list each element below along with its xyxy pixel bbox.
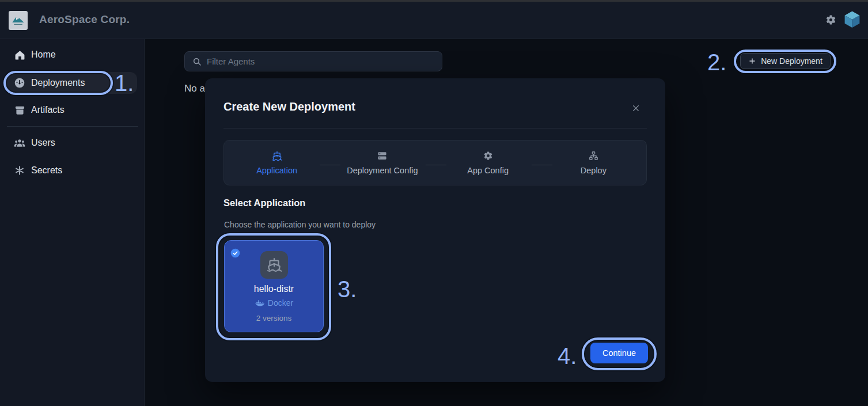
filter-agents-search[interactable] (184, 51, 442, 71)
new-deployment-button[interactable]: New Deployment (740, 53, 831, 69)
step-label: Deploy (581, 166, 607, 175)
step-label: Deployment Config (347, 166, 418, 175)
annotation-number-2: 2. (707, 50, 726, 75)
search-icon (192, 57, 202, 66)
server-icon (377, 151, 388, 161)
annotation-number-4: 4. (558, 343, 577, 369)
section-title: Select Application (223, 198, 305, 208)
sidebar: Home Deployments Artifacts Users S (0, 39, 145, 406)
close-icon[interactable] (631, 104, 640, 113)
sidebar-item-label: Home (31, 50, 56, 60)
plus-icon (748, 57, 756, 65)
step-connector (426, 165, 446, 165)
section-subtitle: Choose the application you want to deplo… (224, 220, 376, 229)
sidebar-item-label: Users (31, 138, 55, 148)
users-icon (14, 137, 25, 149)
new-deployment-label: New Deployment (761, 56, 822, 66)
annotation-ring-3 (216, 233, 331, 340)
brand-title: AeroSpace Corp. (39, 0, 130, 39)
modal-title: Create New Deployment (223, 100, 355, 113)
sidebar-item-label: Secrets (31, 165, 62, 176)
window-top-strip (0, 0, 868, 2)
empty-state-text: No a (184, 83, 205, 94)
mountain-logo-icon (10, 12, 26, 29)
top-header: AeroSpace Corp. (0, 0, 868, 39)
sidebar-divider (7, 126, 138, 127)
sidebar-item-label: Deployments (31, 78, 85, 88)
sidebar-item-secrets[interactable]: Secrets (5, 160, 140, 181)
stepper: Application Deployment Config App Config… (223, 140, 647, 185)
sidebar-item-home[interactable]: Home (5, 44, 140, 66)
step-label: Application (256, 166, 297, 175)
ship-icon (272, 151, 282, 161)
cube-3d-icon[interactable] (843, 10, 862, 29)
step-connector (320, 165, 340, 165)
app-root: AeroSpace Corp. Home Deployments (0, 0, 868, 406)
sidebar-item-artifacts[interactable]: Artifacts (5, 99, 140, 121)
settings-gear-icon[interactable] (825, 14, 836, 25)
step-app-config[interactable]: App Config (435, 141, 541, 185)
home-icon (14, 49, 25, 60)
step-label: App Config (467, 166, 509, 175)
network-icon (588, 151, 598, 161)
step-connector (532, 165, 552, 165)
step-deploy[interactable]: Deploy (541, 141, 646, 185)
search-input[interactable] (207, 56, 426, 66)
modal-divider (223, 128, 647, 128)
continue-button[interactable]: Continue (590, 343, 648, 363)
annotation-number-1: 1. (115, 70, 134, 96)
step-application[interactable]: Application (224, 141, 329, 185)
sidebar-item-label: Artifacts (31, 105, 65, 115)
step-deployment-config[interactable]: Deployment Config (329, 141, 435, 185)
annotation-number-3: 3. (338, 276, 357, 302)
archive-icon (14, 104, 25, 116)
gear-icon (483, 151, 493, 161)
gauge-icon (14, 77, 25, 89)
asterisk-icon (14, 165, 25, 176)
sidebar-item-users[interactable]: Users (5, 132, 140, 154)
company-logo[interactable] (9, 11, 28, 30)
create-deployment-modal: Create New Deployment Application Deploy… (205, 78, 665, 382)
